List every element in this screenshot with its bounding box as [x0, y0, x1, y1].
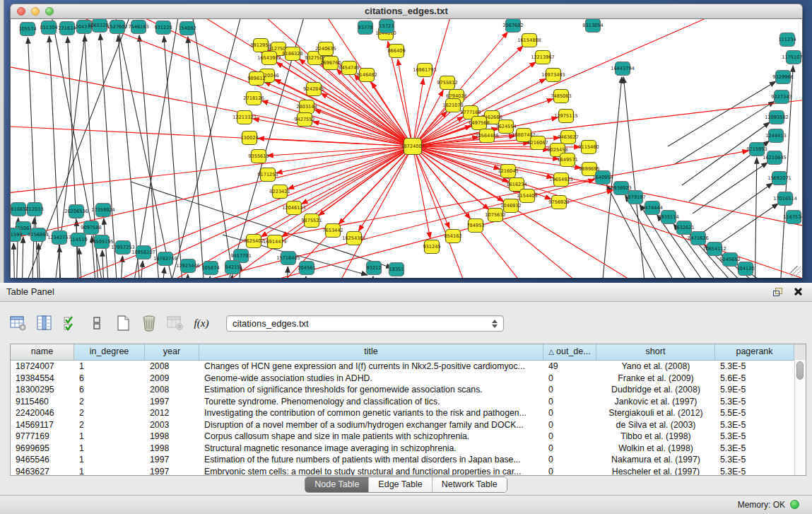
table-cell[interactable]: 1	[74, 466, 145, 477]
column-header-title[interactable]: title	[199, 344, 543, 360]
table-cell[interactable]: 0	[543, 454, 596, 466]
network-canvas[interactable]: 1872400789129549127508818632816543982932…	[10, 19, 803, 278]
select-all-icon[interactable]	[62, 315, 79, 332]
table-cell[interactable]: 1998	[145, 431, 199, 443]
table-cell[interactable]: 1	[74, 361, 145, 373]
column-header-out_de[interactable]: △out_de...	[543, 344, 596, 360]
table-cell[interactable]: 5.3E-5	[715, 443, 794, 455]
table-cell[interactable]: 1	[74, 443, 145, 455]
table-cell[interactable]: 5.3E-5	[715, 396, 794, 408]
table-cell[interactable]: 6	[74, 384, 145, 396]
column-header-year[interactable]: year	[145, 344, 199, 360]
table-cell[interactable]: 5.3E-5	[715, 466, 794, 477]
minimize-window-button[interactable]	[31, 7, 40, 16]
combo-stepper-icon[interactable]	[492, 319, 498, 329]
table-cell[interactable]: 2	[74, 396, 145, 408]
table-cell[interactable]: 1998	[145, 443, 199, 455]
table-cell[interactable]: Franke et al. (2009)	[596, 373, 715, 385]
zoom-window-button[interactable]	[45, 7, 54, 16]
table-cell[interactable]: 0	[543, 443, 596, 455]
table-cell[interactable]: 2	[74, 419, 145, 431]
table-cell[interactable]: 5.6E-5	[715, 373, 794, 385]
column-header-short[interactable]: short	[596, 344, 715, 360]
table-cell[interactable]: 2009	[145, 373, 199, 385]
table-row[interactable]: 977716911998Corpus callosum shape and si…	[11, 431, 806, 443]
table-cell[interactable]: 1997	[145, 466, 199, 477]
table-cell[interactable]: 49	[543, 361, 596, 373]
table-cell[interactable]: Wolkin et al. (1998)	[596, 443, 715, 455]
table-cell[interactable]: 14569117	[11, 419, 74, 431]
table-cell[interactable]: 2008	[145, 361, 199, 373]
table-options-icon[interactable]	[10, 315, 27, 332]
table-cell[interactable]: Estimation of significance thresholds fo…	[199, 384, 543, 396]
table-cell[interactable]: 1997	[145, 454, 199, 466]
table-row[interactable]: 969969511998Structural magnetic resonanc…	[11, 443, 806, 455]
network-graph[interactable]: 1872400789129549127508818632816543982932…	[11, 19, 803, 278]
table-cell[interactable]: Corpus callosum shape and size in male p…	[199, 431, 543, 443]
table-cell[interactable]: Embryonic stem cells: a model to study s…	[199, 466, 543, 477]
table-cell[interactable]: 5.3E-5	[715, 361, 794, 373]
table-row[interactable]: 1830029562008Estimation of significance …	[11, 384, 806, 396]
table-cell[interactable]: Tourette syndrome. Phenomenology and cla…	[199, 396, 543, 408]
table-cell[interactable]: 6	[74, 373, 145, 385]
tab-edge-table[interactable]: Edge Table	[368, 477, 431, 492]
table-cell[interactable]: 5.3E-5	[715, 419, 794, 431]
table-cell[interactable]: 9463627	[11, 466, 74, 477]
table-cell[interactable]: Genome-wide association studies in ADHD.	[199, 373, 543, 385]
tab-network-table[interactable]: Network Table	[432, 477, 507, 492]
table-row[interactable]: 946362711997Embryonic stem cells: a mode…	[11, 466, 806, 477]
tab-node-table[interactable]: Node Table	[305, 477, 368, 492]
table-cell[interactable]: 2012	[145, 407, 199, 419]
table-cell[interactable]: 9699695	[11, 443, 74, 455]
column-header-in_degree[interactable]: in_degree	[74, 344, 145, 360]
table-cell[interactable]: 5.9E-5	[715, 384, 794, 396]
table-cell[interactable]: 22420046	[11, 407, 74, 419]
column-header-pagerank[interactable]: pagerank	[715, 344, 794, 360]
table-cell[interactable]: 9465546	[11, 454, 74, 466]
table-cell[interactable]: 1	[74, 454, 145, 466]
table-row[interactable]: 1938455462009Genome-wide association stu…	[11, 373, 806, 385]
table-cell[interactable]: Dudbridge et al. (2008)	[596, 384, 715, 396]
table-cell[interactable]: Tibbo et al. (1998)	[596, 431, 715, 443]
table-row[interactable]: 1872400712008Changes of HCN gene express…	[11, 361, 806, 373]
table-cell[interactable]: 1	[74, 431, 145, 443]
table-cell[interactable]: 18724007	[11, 361, 74, 373]
table-cell[interactable]: Stergiakouli et al. (2012)	[596, 407, 715, 419]
close-panel-icon[interactable]	[794, 287, 803, 296]
table-cell[interactable]: Estimation of the future numbers of pati…	[199, 454, 543, 466]
table-cell[interactable]: 0	[543, 419, 596, 431]
table-cell[interactable]: 9115460	[11, 396, 74, 408]
table-row[interactable]: 2242004622012Investigating the contribut…	[11, 407, 806, 419]
table-selector-combo[interactable]: citations_edges.txt	[226, 315, 504, 332]
table-row[interactable]: 911546021997Tourette syndrome. Phenomeno…	[11, 396, 806, 408]
table-cell[interactable]: Investigating the contribution of common…	[199, 407, 543, 419]
table-cell[interactable]: 19384554	[11, 373, 74, 385]
close-window-button[interactable]	[17, 7, 25, 16]
table-cell[interactable]: 1997	[145, 396, 199, 408]
table-cell[interactable]: 5.3E-5	[715, 454, 794, 466]
row-height-icon[interactable]	[88, 315, 105, 332]
new-table-icon[interactable]	[114, 315, 131, 332]
function-builder-icon[interactable]: f(x)	[193, 315, 210, 332]
table-cell[interactable]: 18300295	[11, 384, 74, 396]
table-cell[interactable]: 9777169	[11, 431, 74, 443]
table-cell[interactable]: de Silva et al. (2003)	[596, 419, 715, 431]
table-cell[interactable]: Structural magnetic resonance image aver…	[199, 443, 543, 455]
network-window-titlebar[interactable]: citations_edges.txt	[10, 4, 803, 19]
table-cell[interactable]: Changes of HCN gene expression and I(f) …	[199, 361, 543, 373]
table-row[interactable]: 946554611997Estimation of the future num…	[11, 454, 806, 466]
table-cell[interactable]: 2	[74, 407, 145, 419]
window-resize-grip[interactable]	[790, 266, 801, 276]
table-cell[interactable]: 0	[543, 466, 596, 477]
show-columns-icon[interactable]	[36, 315, 53, 332]
delete-table-icon[interactable]	[141, 315, 158, 332]
table-cell[interactable]: 0	[543, 396, 596, 408]
float-panel-icon[interactable]	[773, 288, 782, 296]
table-cell[interactable]: Yano et al. (2008)	[596, 361, 715, 373]
scrollbar-thumb[interactable]	[796, 361, 804, 380]
table-cell[interactable]: 2003	[145, 419, 199, 431]
table-cell[interactable]: 0	[543, 407, 596, 419]
table-cell[interactable]: 2008	[145, 384, 199, 396]
table-cell[interactable]: Disruption of a novel member of a sodium…	[199, 419, 543, 431]
table-row[interactable]: 1456911722003Disruption of a novel membe…	[11, 419, 806, 431]
